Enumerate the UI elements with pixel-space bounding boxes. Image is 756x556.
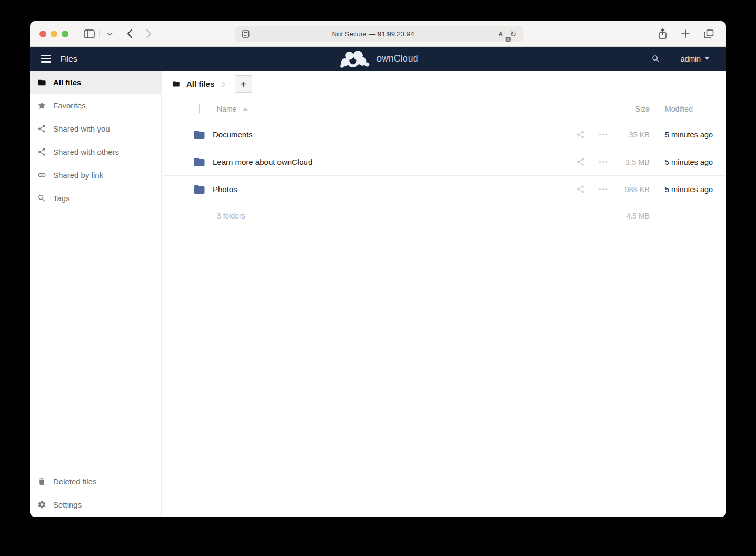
breadcrumb-home[interactable]: All files — [172, 80, 214, 88]
gear-icon — [37, 500, 46, 509]
page-format-icon[interactable] — [240, 27, 252, 40]
toolbar-divider — [99, 29, 100, 38]
tab-overview-button[interactable] — [701, 26, 717, 42]
tags-icon — [37, 194, 46, 203]
total-size: 4.5 MB — [615, 212, 650, 220]
link-icon — [37, 171, 46, 180]
forward-button[interactable] — [141, 26, 156, 42]
sidebar-item-label: Shared by link — [53, 171, 103, 180]
username: admin — [681, 55, 701, 63]
sidebar-item-deleted-files[interactable]: Deleted files — [30, 470, 161, 493]
sidebar-menu-chevron-button[interactable] — [102, 26, 117, 42]
close-window-button[interactable] — [39, 31, 46, 37]
sidebar-toggle-button[interactable] — [81, 26, 97, 42]
filelist-summary: 3 folders 4.5 MB — [162, 205, 726, 226]
brand-name: ownCloud — [376, 53, 418, 64]
breadcrumb-label: All files — [186, 80, 214, 88]
file-row-photos[interactable]: Photos 988 KB 5 minutes ago — [162, 175, 726, 203]
modified-column-header[interactable]: Modified — [650, 105, 726, 113]
owncloud-logo[interactable]: ownCloud — [337, 47, 418, 71]
file-modified: 5 minutes ago — [650, 185, 726, 194]
sort-by-name[interactable]: Name — [213, 105, 569, 113]
address-bar[interactable]: Not Secure — 91.99.23.94 Aa ↻ — [235, 26, 524, 42]
sidebar-item-tags[interactable]: Tags — [30, 186, 161, 210]
sidebar-item-settings[interactable]: Settings — [30, 493, 161, 516]
share-file-button[interactable] — [569, 130, 591, 139]
new-file-button[interactable]: + — [235, 75, 252, 93]
filelist-header: Name Size Modified — [162, 97, 726, 121]
user-menu-button[interactable]: admin — [678, 54, 712, 64]
sidebar-item-label: Shared with you — [53, 124, 110, 133]
search-icon — [651, 54, 661, 64]
sidebar-item-shared-with-others[interactable]: Shared with others — [30, 140, 161, 163]
traffic-lights — [39, 31, 68, 37]
folder-icon — [192, 156, 207, 168]
file-row-learn-more[interactable]: Learn more about ownCloud 3.5 MB 5 minut… — [162, 148, 726, 175]
share-icon — [37, 124, 46, 133]
apps-menu-button[interactable] — [41, 55, 51, 63]
file-modified: 5 minutes ago — [650, 158, 726, 166]
controls-bar: All files › + — [162, 71, 726, 97]
sidebar-item-label: Favorites — [53, 101, 86, 110]
sidebar-item-label: Shared with others — [53, 147, 119, 156]
select-all-checkbox[interactable] — [199, 104, 200, 114]
file-name[interactable]: Learn more about ownCloud — [213, 157, 569, 166]
star-icon — [37, 101, 46, 110]
sidebar-item-all-files[interactable]: All files — [30, 71, 161, 94]
forward-icon — [146, 29, 152, 38]
share-icon — [576, 185, 585, 194]
share-page-button[interactable] — [654, 26, 670, 42]
more-actions-button[interactable] — [591, 188, 615, 191]
sort-ascending-icon — [243, 107, 248, 111]
folder-icon — [37, 78, 46, 87]
owncloud-header: Files ownCloud — [30, 47, 726, 71]
sidebar-item-shared-by-link[interactable]: Shared by link — [30, 163, 161, 186]
size-column-header[interactable]: Size — [615, 105, 650, 113]
file-name[interactable]: Photos — [213, 185, 569, 194]
browser-toolbar: Not Secure — 91.99.23.94 Aa ↻ — [30, 21, 726, 47]
folder-icon — [192, 128, 207, 141]
file-size: 35 KB — [615, 131, 650, 139]
minimize-window-button[interactable] — [51, 31, 57, 37]
back-icon — [127, 29, 133, 38]
sidebar-item-favorites[interactable]: Favorites — [30, 94, 161, 117]
tabs-icon — [704, 29, 714, 38]
more-actions-button[interactable] — [591, 161, 615, 163]
sidebar-item-label: Tags — [53, 194, 70, 203]
share-icon — [658, 28, 667, 39]
sidebar-item-label: Settings — [53, 500, 82, 509]
file-modified: 5 minutes ago — [650, 131, 726, 139]
browser-window: Not Secure — 91.99.23.94 Aa ↻ — [30, 21, 726, 517]
chevron-down-icon — [705, 57, 709, 60]
plus-icon — [681, 29, 690, 38]
share-icon — [37, 147, 46, 156]
share-file-button[interactable] — [569, 157, 591, 166]
sidebar-item-label: All files — [53, 78, 81, 87]
current-app-label[interactable]: Files — [60, 54, 77, 64]
app-navigation-sidebar: All files Favorites Shared with you Shar… — [30, 71, 162, 517]
sidebar-item-shared-with-you[interactable]: Shared with you — [30, 117, 161, 140]
new-tab-button[interactable] — [678, 26, 693, 42]
trash-icon — [37, 477, 46, 486]
folder-icon — [172, 80, 181, 88]
file-size: 3.5 MB — [615, 158, 650, 166]
more-actions-button[interactable] — [591, 134, 615, 136]
share-icon — [576, 157, 585, 166]
back-button[interactable] — [122, 26, 137, 42]
sidebar-toggle-icon — [84, 29, 95, 38]
file-name[interactable]: Documents — [213, 130, 569, 139]
breadcrumb-chevron-icon: › — [222, 78, 225, 90]
chevron-down-icon — [107, 32, 113, 36]
search-button[interactable] — [650, 53, 662, 65]
folder-count: 3 folders — [213, 212, 569, 220]
share-icon — [576, 130, 585, 139]
file-row-documents[interactable]: Documents 35 KB 5 minutes ago — [162, 121, 726, 148]
translate-icon[interactable]: Aa — [494, 27, 507, 40]
address-text[interactable]: Not Secure — 91.99.23.94 — [252, 30, 494, 38]
hamburger-icon — [41, 55, 51, 56]
file-size: 988 KB — [615, 185, 650, 194]
folder-icon — [192, 183, 207, 196]
zoom-window-button[interactable] — [62, 31, 68, 37]
share-file-button[interactable] — [569, 185, 591, 194]
file-list-main: All files › + Name Size Modified — [162, 71, 726, 517]
